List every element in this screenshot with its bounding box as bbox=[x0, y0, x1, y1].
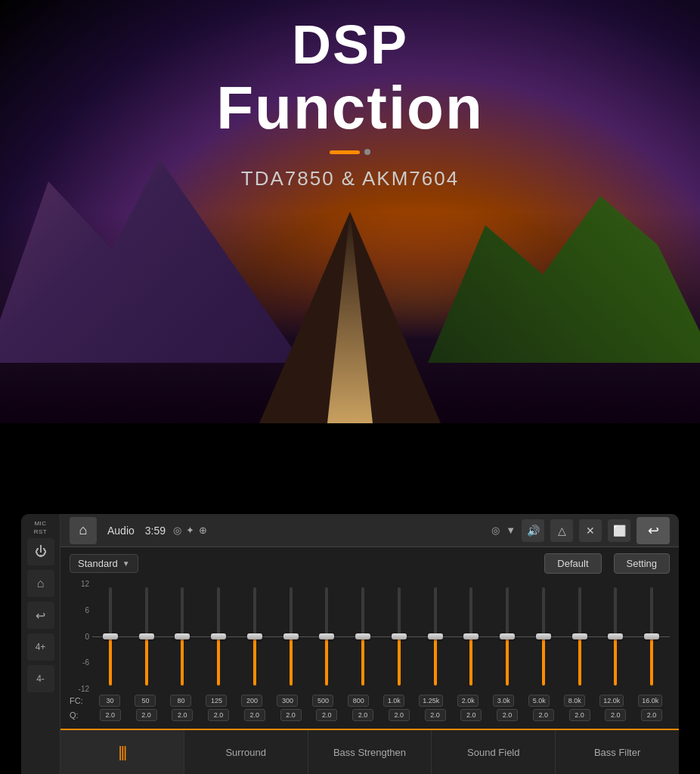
eq-thumb-3[interactable] bbox=[211, 633, 226, 639]
status-right-icons: ◎ ▼ 🔊 △ ✕ ⬜ ↩ bbox=[491, 517, 670, 544]
location-icon: ◎ bbox=[491, 525, 500, 536]
fc-badge-1: 50 bbox=[135, 695, 156, 707]
sliders-wrapper: 12 6 0 -6 -12 bbox=[70, 580, 670, 693]
q-badge-11: 2.0 bbox=[497, 709, 518, 721]
eq-slider-col-7[interactable] bbox=[345, 580, 381, 693]
eq-slider-col-0[interactable] bbox=[92, 580, 129, 693]
home-sidebar-button[interactable]: ⌂ bbox=[27, 570, 54, 597]
sound-field-label: Sound Field bbox=[467, 747, 519, 758]
close-button[interactable]: ✕ bbox=[579, 519, 602, 542]
eq-track-7 bbox=[361, 587, 364, 686]
eq-thumb-7[interactable] bbox=[355, 633, 370, 639]
eq-thumb-2[interactable] bbox=[175, 633, 190, 639]
audio-label: Audio bbox=[107, 525, 135, 537]
fc-badge-6: 500 bbox=[312, 695, 333, 707]
tab-bass-strengthen[interactable]: Bass Strengthen bbox=[308, 730, 432, 774]
fc-badge-15: 16.0k bbox=[638, 695, 662, 707]
sidebar: MIC RST ⏻ ⌂ ↩ 4+ 4- bbox=[21, 514, 60, 774]
eq-slider-col-4[interactable] bbox=[237, 580, 273, 693]
eq-slider-col-2[interactable] bbox=[165, 580, 201, 693]
q-values: 2.02.02.02.02.02.02.02.02.02.02.02.02.02… bbox=[92, 709, 670, 721]
fc-badge-13: 8.0k bbox=[564, 695, 585, 707]
volume-button[interactable]: 🔊 bbox=[522, 519, 544, 542]
q-badge-6: 2.0 bbox=[316, 709, 337, 721]
eq-thumb-14[interactable] bbox=[608, 633, 623, 639]
header-area: DSP Function TDA7850 & AKM7604 bbox=[0, 15, 700, 190]
eq-thumb-11[interactable] bbox=[500, 633, 515, 639]
back-button[interactable]: ↩ bbox=[637, 517, 670, 544]
eq-track-0 bbox=[109, 587, 112, 686]
fc-badge-4: 200 bbox=[241, 695, 262, 707]
underline-dot bbox=[364, 149, 370, 155]
status-time: 3:59 bbox=[145, 525, 166, 537]
power-button[interactable]: ⏻ bbox=[27, 538, 54, 565]
eq-slider-col-5[interactable] bbox=[273, 580, 309, 693]
eq-slider-col-6[interactable] bbox=[309, 580, 345, 693]
eq-track-4 bbox=[253, 587, 256, 686]
bass-strengthen-label: Bass Strengthen bbox=[333, 747, 406, 758]
sliders-row bbox=[92, 580, 670, 693]
eq-slider-col-12[interactable] bbox=[525, 580, 562, 693]
q-row: Q: 2.02.02.02.02.02.02.02.02.02.02.02.02… bbox=[70, 709, 670, 721]
eq-slider-col-3[interactable] bbox=[200, 580, 237, 693]
eject-button[interactable]: △ bbox=[550, 519, 573, 542]
road bbox=[259, 212, 441, 423]
eq-thumb-1[interactable] bbox=[139, 633, 154, 639]
eq-thumb-0[interactable] bbox=[103, 633, 118, 639]
underline-bar bbox=[330, 150, 360, 154]
setting-button[interactable]: Setting bbox=[614, 553, 670, 574]
wifi-icon: ▼ bbox=[506, 525, 516, 536]
q-badge-15: 2.0 bbox=[641, 709, 662, 721]
eq-slider-col-10[interactable] bbox=[454, 580, 490, 693]
eq-thumb-4[interactable] bbox=[247, 633, 262, 639]
preset-dropdown[interactable]: Standard ▼ bbox=[70, 554, 138, 573]
eq-thumb-13[interactable] bbox=[572, 633, 587, 639]
mic-label: MIC bbox=[34, 520, 46, 527]
eq-track-11 bbox=[506, 587, 509, 686]
eq-slider-col-15[interactable] bbox=[633, 580, 670, 693]
window-button[interactable]: ⬜ bbox=[608, 519, 630, 542]
q-badge-0: 2.0 bbox=[100, 709, 121, 721]
eq-slider-col-1[interactable] bbox=[129, 580, 165, 693]
eq-thumb-8[interactable] bbox=[392, 633, 407, 639]
tab-sound-field[interactable]: Sound Field bbox=[432, 730, 556, 774]
eq-thumb-15[interactable] bbox=[644, 633, 659, 639]
title-dsp: DSP bbox=[0, 15, 700, 75]
eq-thumb-10[interactable] bbox=[463, 633, 479, 639]
subtitle: TDA7850 & AKM7604 bbox=[0, 167, 700, 190]
q-label: Q: bbox=[70, 711, 92, 720]
eq-slider-col-11[interactable] bbox=[489, 580, 525, 693]
eq-slider-col-8[interactable] bbox=[381, 580, 417, 693]
eq-thumb-6[interactable] bbox=[319, 633, 334, 639]
vol-up-button[interactable]: 4+ bbox=[27, 633, 54, 661]
vol-down-button[interactable]: 4- bbox=[27, 665, 54, 692]
home-button[interactable]: ⌂ bbox=[70, 517, 97, 544]
eq-controls: Standard ▼ Default Setting bbox=[70, 553, 670, 574]
q-badge-14: 2.0 bbox=[605, 709, 626, 721]
eq-slider-col-9[interactable] bbox=[417, 580, 454, 693]
eq-track-8 bbox=[398, 587, 401, 686]
fc-badge-7: 800 bbox=[348, 695, 369, 707]
tab-equalizer[interactable]: ||| bbox=[60, 730, 184, 774]
surround-label: Surround bbox=[225, 747, 265, 758]
title-function: Function bbox=[0, 75, 700, 141]
q-badge-4: 2.0 bbox=[244, 709, 265, 721]
tab-surround[interactable]: Surround bbox=[184, 730, 308, 774]
q-badge-2: 2.0 bbox=[172, 709, 193, 721]
tab-bass-filter[interactable]: Bass Filter bbox=[556, 730, 679, 774]
dropdown-arrow-icon: ▼ bbox=[122, 559, 130, 568]
fc-badge-5: 300 bbox=[277, 695, 298, 707]
fc-badge-8: 1.0k bbox=[383, 695, 404, 707]
default-button[interactable]: Default bbox=[544, 553, 601, 574]
eq-slider-col-14[interactable] bbox=[598, 580, 634, 693]
eq-thumb-12[interactable] bbox=[536, 633, 551, 639]
fc-label: FC: bbox=[70, 696, 92, 705]
back-sidebar-button[interactable]: ↩ bbox=[27, 602, 54, 629]
eq-track-9 bbox=[434, 587, 437, 686]
fc-values: 3050801252003005008001.0k1.25k2.0k3.0k5.… bbox=[92, 695, 670, 707]
eq-track-5 bbox=[290, 587, 293, 686]
eq-thumb-9[interactable] bbox=[428, 633, 443, 639]
eq-thumb-5[interactable] bbox=[283, 633, 299, 639]
eq-slider-col-13[interactable] bbox=[562, 580, 598, 693]
signal-icon: ✦ bbox=[186, 525, 194, 536]
